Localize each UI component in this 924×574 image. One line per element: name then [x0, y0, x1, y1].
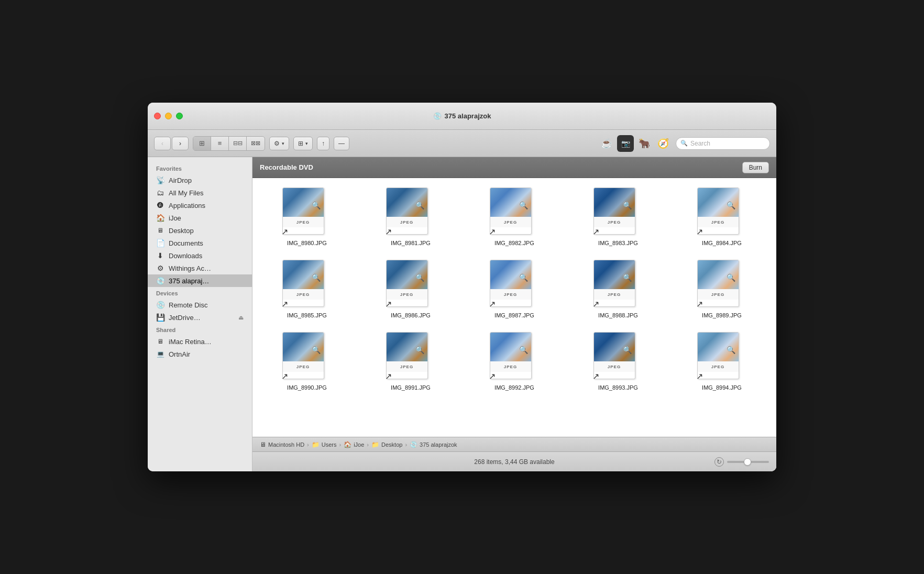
file-item[interactable]: 🔍 JPEG ↗ IMG_8990.JPG [258, 328, 356, 395]
sidebar-item-remote-disc[interactable]: 💿 Remote Disc [148, 299, 252, 311]
file-name: IMG_8981.JPG [391, 240, 431, 246]
magnify-icon: 🔍 [415, 273, 424, 282]
file-item[interactable]: 🔍 JPEG ↗ IMG_8988.JPG [569, 256, 667, 323]
zoom-slider-thumb[interactable] [744, 458, 751, 466]
alias-arrow-icon: ↗ [281, 299, 288, 309]
view-coverflow-button[interactable]: ⊠⊠ [247, 137, 265, 150]
sidebar-item-desktop[interactable]: 🖥 Desktop [148, 224, 252, 237]
breadcrumb-macintosh-hd[interactable]: 🖥 Macintosh HD [260, 441, 304, 448]
file-item[interactable]: 🔍 JPEG ↗ IMG_8991.JPG [361, 328, 460, 395]
screenshot-app-icon[interactable]: 📷 [617, 135, 634, 152]
sidebar-item-applications[interactable]: 🅐 Applications [148, 199, 252, 212]
file-grid-container[interactable]: 🔍 JPEG ↗ IMG_8980.JPG 🔍 [252, 178, 776, 437]
minimize-button[interactable] [165, 113, 172, 119]
view-columns-button[interactable]: ⊟⊟ [229, 137, 247, 150]
file-item[interactable]: 🔍 JPEG ↗ IMG_8992.JPG [465, 328, 564, 395]
sidebar-item-all-my-files[interactable]: 🗂 All My Files [148, 186, 252, 199]
all-files-icon: 🗂 [156, 189, 164, 197]
devices-section-title: Devices [148, 287, 252, 299]
breadcrumb-macintosh-hd-label: Macintosh HD [268, 441, 304, 448]
magnify-icon: 🔍 [727, 273, 735, 282]
tag-button[interactable]: — [334, 137, 349, 150]
jpeg-preview: 🔍 [490, 188, 531, 217]
share-button[interactable]: ↑ [317, 137, 329, 150]
alias-arrow-icon: ↗ [696, 299, 703, 309]
breadcrumb-375-label: 375 alaprajzok [420, 441, 457, 448]
breadcrumb-375[interactable]: 💿 375 alaprajzok [410, 441, 457, 448]
file-item[interactable]: 🔍 JPEG ↗ IMG_8982.JPG [465, 183, 564, 250]
favorites-section-title: Favorites [148, 162, 252, 174]
close-button[interactable] [154, 113, 161, 119]
sidebar-item-ijoe[interactable]: 🏠 iJoe [148, 212, 252, 224]
dvd-banner-title: Recordable DVD [260, 163, 313, 171]
status-bar: 268 items, 3,44 GB available ↻ [252, 451, 776, 471]
jpeg-preview: 🔍 [594, 260, 635, 289]
jpeg-preview: 🔍 [698, 333, 739, 361]
magnify-icon: 🔍 [623, 201, 632, 209]
sidebar-item-documents[interactable]: 📄 Documents [148, 237, 252, 249]
burn-button[interactable]: Burn [742, 162, 769, 173]
file-item[interactable]: 🔍 JPEG ↗ IMG_8993.JPG [569, 328, 667, 395]
file-item[interactable]: 🔍 JPEG ↗ IMG_8980.JPG [258, 183, 356, 250]
withings-icon: ⚙ [156, 264, 164, 272]
file-item[interactable]: 🔍 JPEG ↗ IMG_8989.JPG [673, 256, 771, 323]
jpeg-label: JPEG [711, 292, 724, 297]
magnify-icon: 🔍 [415, 201, 424, 209]
jpeg-preview: 🔍 [283, 260, 324, 289]
file-item[interactable]: 🔍 JPEG ↗ IMG_8987.JPG [465, 256, 564, 323]
file-icon-wrapper: 🔍 JPEG ↗ [593, 260, 643, 310]
eject-icon[interactable]: ⏏ [238, 314, 244, 321]
safari-app-icon[interactable]: 🧭 [655, 135, 672, 152]
jpeg-doc: 🔍 JPEG [282, 187, 324, 235]
breadcrumb-ijoe[interactable]: 🏠 iJoe [344, 441, 364, 448]
file-item[interactable]: 🔍 JPEG ↗ IMG_8994.JPG [673, 328, 771, 395]
file-item[interactable]: 🔍 JPEG ↗ IMG_8985.JPG [258, 256, 356, 323]
file-icon-wrapper: 🔍 JPEG ↗ [282, 260, 332, 310]
sidebar-item-jetdrive[interactable]: 💾 JetDrive… ⏏ [148, 311, 252, 324]
sidebar-item-downloads[interactable]: ⬇ Downloads [148, 249, 252, 262]
theine-app-icon[interactable]: ☕ [598, 135, 615, 152]
breadcrumb-desktop[interactable]: 📁 Desktop [371, 441, 402, 448]
view-icon-button[interactable]: ⊞ [193, 137, 211, 150]
jpeg-preview: 🔍 [490, 260, 531, 289]
jpeg-doc: 🔍 JPEG [593, 187, 635, 235]
jpeg-label: JPEG [608, 365, 621, 369]
action-button[interactable]: ⚙ ▾ [269, 137, 289, 150]
coverflow-icon: ⊠⊠ [251, 140, 260, 147]
search-box[interactable]: 🔍 Search [676, 137, 770, 150]
view-list-button[interactable]: ≡ [211, 137, 229, 150]
file-name: IMG_8989.JPG [702, 312, 742, 318]
dvd-title-icon: 💿 [433, 112, 442, 120]
sidebar-item-imac[interactable]: 🖥 iMac Retina… [148, 335, 252, 348]
airdrop-icon: 📡 [156, 176, 164, 184]
maximize-button[interactable] [176, 113, 183, 119]
back-button[interactable]: ‹ [154, 137, 171, 150]
sidebar: Favorites 📡 AirDrop 🗂 All My Files 🅐 App… [148, 157, 252, 471]
zoom-slider[interactable] [727, 461, 769, 463]
file-item[interactable]: 🔍 JPEG ↗ IMG_8984.JPG [673, 183, 771, 250]
breadcrumb-users[interactable]: 📁 Users [312, 441, 337, 448]
sidebar-item-airdrop-label: AirDrop [169, 176, 192, 184]
sidebar-item-withings[interactable]: ⚙ Withings Ac… [148, 262, 252, 274]
jpeg-label-area: JPEG [698, 289, 739, 300]
share-icon: ↑ [322, 140, 325, 147]
file-item[interactable]: 🔍 JPEG ↗ IMG_8986.JPG [361, 256, 460, 323]
finder-window: 💿 375 alaprajzok ‹ › ⊞ ≡ ⊟⊟ ⊠⊠ [148, 103, 776, 471]
sidebar-item-ortnair[interactable]: 💻 OrtnAir [148, 348, 252, 360]
jpeg-preview: 🔍 [698, 260, 739, 289]
sidebar-item-documents-label: Documents [169, 239, 203, 247]
file-item[interactable]: 🔍 JPEG ↗ IMG_8981.JPG [361, 183, 460, 250]
window-title: 375 alaprajzok [445, 112, 491, 120]
ijoe-bc-icon: 🏠 [344, 441, 351, 448]
file-name: IMG_8988.JPG [598, 312, 638, 318]
sidebar-item-airdrop[interactable]: 📡 AirDrop [148, 174, 252, 186]
group-button[interactable]: ⊞ ▾ [293, 137, 313, 150]
jpeg-label: JPEG [296, 365, 310, 369]
file-area: Recordable DVD Burn 🔍 JPEG [252, 157, 776, 471]
forward-button[interactable]: › [172, 137, 189, 150]
grid-icon: ⊞ [199, 139, 205, 147]
sidebar-item-375[interactable]: 💿 375 alapraj… [148, 274, 252, 287]
bull-app-icon[interactable]: 🐂 [636, 135, 653, 152]
jpeg-label-area: JPEG [490, 289, 531, 300]
file-item[interactable]: 🔍 JPEG ↗ IMG_8983.JPG [569, 183, 667, 250]
